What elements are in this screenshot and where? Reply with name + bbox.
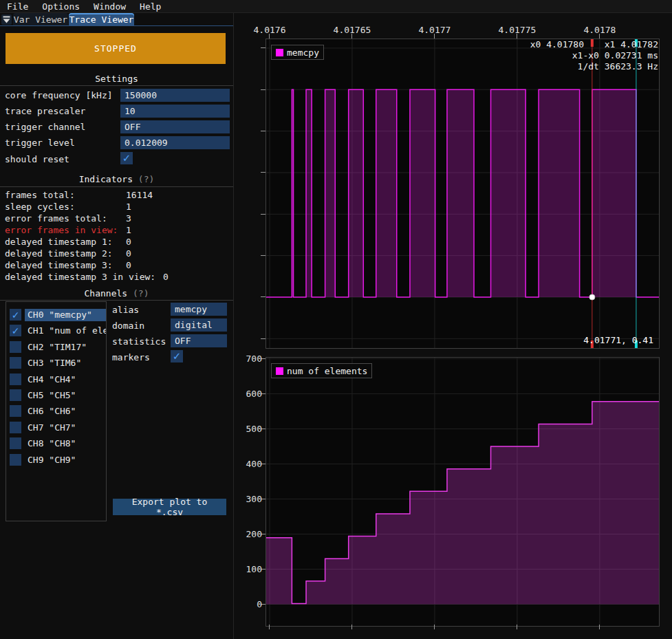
marker-x0-readout: x0 4.01780 [530,39,584,50]
settings-separator [0,85,233,86]
channel-row-7[interactable]: CH7 "CH7" [6,422,106,435]
channel-checkbox-4[interactable] [10,373,21,385]
indicator-label-3: error frames in view: [5,225,118,235]
num-elements-plot[interactable] [265,357,660,627]
setting-label-should-reset: should reset [5,154,69,164]
core-frequency-input[interactable]: 150000 [120,89,230,102]
channel-checkbox-9[interactable] [10,454,21,466]
check-icon: ✓ [12,326,20,336]
channel-row-3[interactable]: CH3 "TIM6" [6,357,106,371]
legend-memcpy[interactable]: memcpy [271,45,324,60]
y-axis-tick [261,131,265,131]
channel-checkbox-5[interactable] [10,389,21,401]
x-axis-tick-label: 4.01765 [321,25,383,35]
y-axis-tick-label: 100 [214,564,262,574]
legend-num-of-elements[interactable]: num of elements [271,363,372,378]
channel-row-9[interactable]: CH9 "CH9" [6,454,106,468]
channel-row-4[interactable]: CH4 "CH4" [6,373,106,387]
channel-row-2[interactable]: CH2 "TIM17" [6,341,106,355]
y-axis-tick [261,89,265,90]
indicator-value-7: 0 [163,272,169,282]
channel-listbox[interactable]: ✓CH0 "memcpy"✓CH1 "num of elements"CH2 "… [6,301,107,521]
statistics-select[interactable]: OFF [171,334,227,347]
channel-label-9[interactable]: CH9 "CH9" [25,454,107,466]
menu-item-help[interactable]: Help [133,1,168,12]
settings-header: Settings [0,74,233,84]
x-axis-tick [351,625,352,629]
channel-row-6[interactable]: CH6 "CH6" [6,405,106,419]
markers-label: markers [112,352,150,362]
digital-trace-plot[interactable] [265,39,660,349]
channel-checkbox-2[interactable] [10,341,21,353]
channel-checkbox-1[interactable]: ✓ [10,325,21,336]
check-icon: ✓ [173,351,182,362]
setting-label-trigger-level: trigger level [5,138,75,148]
channel-row-8[interactable]: CH8 "CH8" [6,437,106,451]
alias-input[interactable]: memcpy [171,303,227,316]
channel-label-2[interactable]: CH2 "TIM17" [25,341,107,354]
channel-label-3[interactable]: CH3 "TIM6" [25,357,107,369]
menu-item-window[interactable]: Window [87,1,133,12]
trace-prescaler-input[interactable]: 10 [120,105,230,118]
indicator-label-6: delayed timestamp 3: [5,260,113,270]
channel-row-0[interactable]: ✓CH0 "memcpy" [6,309,106,323]
alias-label: alias [112,305,139,315]
menu-item-options[interactable]: Options [35,1,87,12]
channel-row-5[interactable]: CH5 "CH5" [6,389,106,403]
indicator-label-2: error frames total: [5,213,107,224]
menu-item-file[interactable]: File [0,1,35,12]
statistics-label: statistics [112,336,166,347]
acquisition-state-label: STOPPED [94,43,137,54]
indicator-label-1: sleep cycles: [5,202,75,212]
should-reset-checkbox[interactable]: ✓ [120,152,133,164]
x-axis-tick-label: 4.0176 [239,25,301,35]
marker-delta-readout: x1-x0 0.02731 ms [572,50,658,61]
channel-checkbox-0[interactable]: ✓ [10,309,21,321]
tab-trace-viewer[interactable]: Trace Viewer [69,13,134,25]
x-axis-tick [269,625,270,629]
x-axis-tick [434,625,435,629]
collapse-button[interactable] [1,14,12,25]
panel-splitter[interactable] [233,13,234,639]
setting-label-core-frequency: core frequency [kHz] [5,90,113,100]
x-axis-tick-label: 4.0177 [404,25,466,35]
channel-checkbox-6[interactable] [10,405,21,417]
y-axis-tick [261,214,265,215]
tab-var-viewer[interactable]: Var Viewer [13,13,68,25]
indicators-help-icon: (?) [138,174,154,184]
channel-label-0[interactable]: CH0 "memcpy" [25,309,107,321]
x-axis-tick [599,625,600,629]
channel-label-7[interactable]: CH7 "CH7" [25,422,107,434]
indicator-value-5: 0 [126,248,131,259]
trigger-level-input[interactable]: 0.012009 [120,136,230,149]
channel-row-1[interactable]: ✓CH1 "num of elements" [6,325,106,338]
legend-num-of-elements-label: num of elements [287,366,367,376]
tab-trace-viewer-label: Trace Viewer [69,14,134,25]
y-axis-tick-label: 0 [214,599,262,609]
domain-label: domain [112,321,144,331]
acquisition-state-button[interactable]: STOPPED [6,33,226,64]
check-icon: ✓ [12,310,20,320]
indicator-value-0: 16114 [126,190,153,200]
export-csv-label: Export plot to *.csv [117,497,222,517]
indicator-value-1: 1 [126,202,131,212]
y-axis-tick-label: 300 [214,494,262,504]
trigger-channel-select[interactable]: OFF [120,120,230,133]
export-csv-button[interactable]: Export plot to *.csv [113,499,226,515]
indicator-label-5: delayed timestamp 2: [5,248,113,259]
channel-label-8[interactable]: CH8 "CH8" [25,437,107,450]
indicator-value-3: 1 [126,225,131,235]
channel-checkbox-7[interactable] [10,422,21,433]
channel-label-6[interactable]: CH6 "CH6" [25,405,107,418]
indicator-value-2: 3 [126,213,131,224]
channel-label-1[interactable]: CH1 "num of elements" [25,325,107,337]
channels-help-icon: (?) [133,288,149,299]
markers-checkbox[interactable]: ✓ [171,350,183,362]
domain-select[interactable]: digital [171,318,227,332]
channel-label-5[interactable]: CH5 "CH5" [25,389,107,402]
x-axis-tick-label: 4.0178 [569,25,631,35]
channel-label-4[interactable]: CH4 "CH4" [25,373,107,386]
channel-checkbox-8[interactable] [10,437,21,449]
y-axis-tick [261,47,265,48]
channel-checkbox-3[interactable] [10,357,21,369]
